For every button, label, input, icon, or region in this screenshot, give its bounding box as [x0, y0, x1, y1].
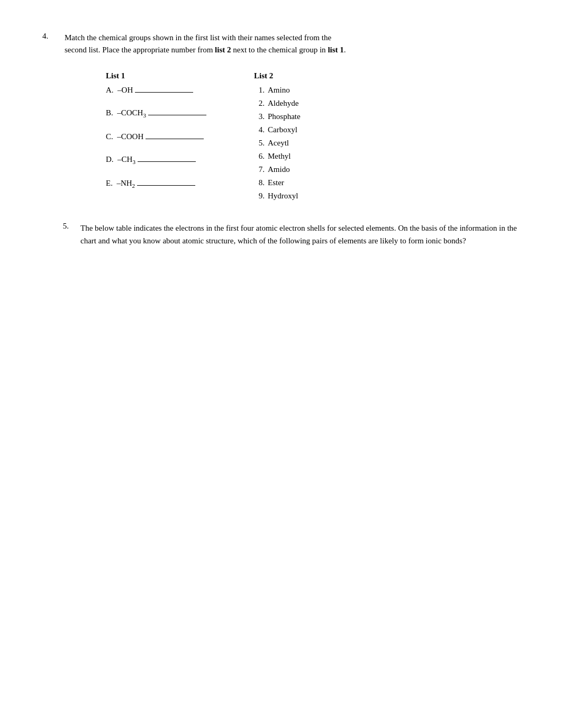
list1-e-line: [137, 185, 195, 186]
q5-text: The below table indicates the electrons …: [80, 222, 520, 247]
list1-c-label: C. –COOH: [106, 132, 143, 141]
list1-b-label: B. –COCH3: [106, 108, 146, 119]
list1-item-b: B. –COCH3: [106, 108, 222, 119]
list1-item-e: E. –NH2: [106, 179, 222, 189]
list1-column: List 1 A. –OH B. –COCH3 C. –COOH D. –CH3…: [106, 71, 222, 205]
q4-text: Match the chemical groups shown in the f…: [65, 32, 346, 56]
q4-text-2: second list. Place the appropriate numbe…: [65, 46, 215, 54]
list2-num-7: 7.: [254, 165, 265, 174]
list2-num-5: 5.: [254, 139, 265, 148]
list1-a-line: [135, 92, 193, 93]
list1-b-subscript: 3: [143, 112, 146, 119]
list1-a-label: A. –OH: [106, 86, 133, 95]
question-5: 5. The below table indicates the electro…: [42, 222, 520, 247]
list2-item-7: 7. Amido: [254, 165, 370, 174]
q5-number: 5.: [42, 222, 74, 247]
list2-num-2: 2.: [254, 99, 265, 108]
q4-bold2: list 1: [328, 46, 343, 54]
q5-figure-area: [42, 258, 520, 565]
q4-text-3: next to the chemical group in: [231, 46, 328, 54]
list1-item-c: C. –COOH: [106, 132, 222, 141]
list1-d-line: [138, 161, 196, 162]
q4-text-1: Match the chemical groups shown in the f…: [65, 33, 331, 42]
list1-e-label: E. –NH2: [106, 179, 135, 189]
list2-item-8: 8. Ester: [254, 178, 370, 187]
list1-d-subscript: 3: [132, 159, 135, 165]
list2-item-9: 9. Hydroxyl: [254, 192, 370, 201]
list2-num-6: 6.: [254, 152, 265, 161]
list2-num-8: 8.: [254, 178, 265, 187]
list2-header: List 2: [254, 71, 370, 80]
list2-item-2: 2. Aldehyde: [254, 99, 370, 108]
q4-bold1: list 2: [215, 46, 231, 54]
list2-name-9: Hydroxyl: [268, 192, 298, 201]
list2-item-4: 4. Carboxyl: [254, 125, 370, 134]
list2-item-5: 5. Aceytl: [254, 139, 370, 148]
question-4: 4. Match the chemical groups shown in th…: [42, 32, 520, 205]
list2-name-4: Carboxyl: [268, 125, 297, 134]
list2-name-3: Phosphate: [268, 112, 301, 121]
list1-d-label: D. –CH3: [106, 155, 135, 165]
list1-b-line: [148, 115, 206, 115]
q4-text-4: .: [344, 46, 346, 54]
list1-e-subscript: 2: [132, 183, 135, 189]
list2-name-1: Amino: [268, 86, 290, 95]
list1-c-line: [146, 139, 204, 139]
list2-name-6: Methyl: [268, 152, 291, 161]
list2-num-9: 9.: [254, 192, 265, 201]
list2-num-4: 4.: [254, 125, 265, 134]
list2-item-6: 6. Methyl: [254, 152, 370, 161]
list2-column: List 2 1. Amino 2. Aldehyde 3. Phosphate…: [254, 71, 370, 205]
list2-num-1: 1.: [254, 86, 265, 95]
list2-name-2: Aldehyde: [268, 99, 298, 108]
list1-header: List 1: [106, 71, 222, 80]
list2-item-1: 1. Amino: [254, 86, 370, 95]
list1-item-d: D. –CH3: [106, 155, 222, 165]
q4-number: 4.: [42, 32, 58, 56]
list2-num-3: 3.: [254, 112, 265, 121]
list1-item-a: A. –OH: [106, 86, 222, 95]
list2-name-8: Ester: [268, 178, 284, 187]
list2-item-3: 3. Phosphate: [254, 112, 370, 121]
list2-name-7: Amido: [268, 165, 290, 174]
matching-container: List 1 A. –OH B. –COCH3 C. –COOH D. –CH3…: [106, 71, 520, 205]
q4-header: 4. Match the chemical groups shown in th…: [42, 32, 520, 56]
list2-name-5: Aceytl: [268, 139, 289, 148]
